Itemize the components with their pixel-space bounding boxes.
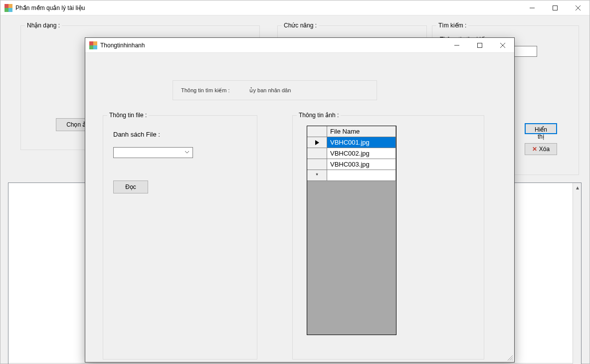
dialog-thongtinhinhanh: Thongtinhinhanh Thông tin tìm kiếm : ủy … [85,37,515,363]
legend-timkiem: Tìm kiếm : [436,22,468,29]
groupbox-imginfo: Thông tin ảnh : File Name VBHC001.jpg VB… [292,115,484,360]
grid-header-row: File Name [307,126,396,137]
legend-imginfo: Thông tin ảnh : [297,112,341,119]
xoa-button[interactable]: ✕ Xóa [525,143,557,155]
grid-rowheader-new[interactable]: * [307,170,327,181]
main-title: Phần mềm quản lý tài liệu [15,4,85,11]
groupbox-fileinfo: Thông tin file : Danh sách File : Đọc [103,115,257,360]
grid-rowheader[interactable] [307,148,327,159]
chevron-down-icon [183,149,191,157]
hien-thi-button[interactable]: Hiển thị [525,123,557,134]
main-close-button[interactable] [567,0,590,15]
svg-rect-5 [478,43,482,47]
dialog-titlebar: Thongtinhinhanh [85,38,514,53]
grid-row[interactable]: VBHC001.jpg [307,137,396,148]
legend-chucnang: Chức năng : [282,22,319,29]
grid-new-row[interactable]: * [307,170,396,181]
dialog-body: Thông tin tìm kiếm : ủy ban nhân dân Thô… [85,53,514,362]
grid-cell-empty[interactable] [327,170,396,181]
image-datagrid[interactable]: File Name VBHC001.jpg VBHC002.jpg VBHC00… [307,126,396,335]
dialog-app-icon [89,41,97,49]
label-danhsach-file: Danh sách File : [113,131,160,138]
grid-header-filename[interactable]: File Name [327,126,396,137]
grid-row[interactable]: VBHC002.jpg [307,148,396,159]
main-maximize-button[interactable] [544,0,567,15]
grid-row[interactable]: VBHC003.jpg [307,159,396,170]
doc-button[interactable]: Đọc [113,181,148,193]
resize-grip[interactable] [506,354,513,361]
legend-fileinfo: Thông tin file : [107,112,149,119]
svg-marker-8 [315,140,319,145]
dialog-title: Thongtinhinhanh [100,42,145,49]
dialog-minimize-button[interactable] [445,38,468,53]
grid-cell[interactable]: VBHC003.jpg [327,159,396,170]
app-icon [4,4,12,12]
file-combobox[interactable] [113,147,193,158]
dialog-search-label: Thông tin tìm kiếm : [181,87,229,94]
scroll-up-icon[interactable]: ▴ [573,183,582,191]
legend-nhandang: Nhận dạng : [25,22,62,29]
delete-icon: ✕ [532,146,537,153]
vertical-scrollbar[interactable]: ▴ ▾ [573,183,581,364]
search-info-panel: Thông tin tìm kiếm : ủy ban nhân dân [173,80,377,100]
dialog-search-value: ủy ban nhân dân [249,87,291,94]
dialog-close-button[interactable] [491,38,514,53]
main-minimize-button[interactable] [521,0,544,15]
grid-rowheader[interactable] [307,137,327,148]
svg-line-11 [512,360,513,361]
grid-cell[interactable]: VBHC002.jpg [327,148,396,159]
xoa-label: Xóa [539,146,550,153]
grid-corner[interactable] [307,126,327,137]
current-row-icon [315,140,319,145]
grid-rowheader[interactable] [307,159,327,170]
grid-cell[interactable]: VBHC001.jpg [327,137,396,148]
svg-rect-1 [553,5,558,10]
dialog-maximize-button[interactable] [468,38,491,53]
main-titlebar: Phần mềm quản lý tài liệu [0,0,590,15]
